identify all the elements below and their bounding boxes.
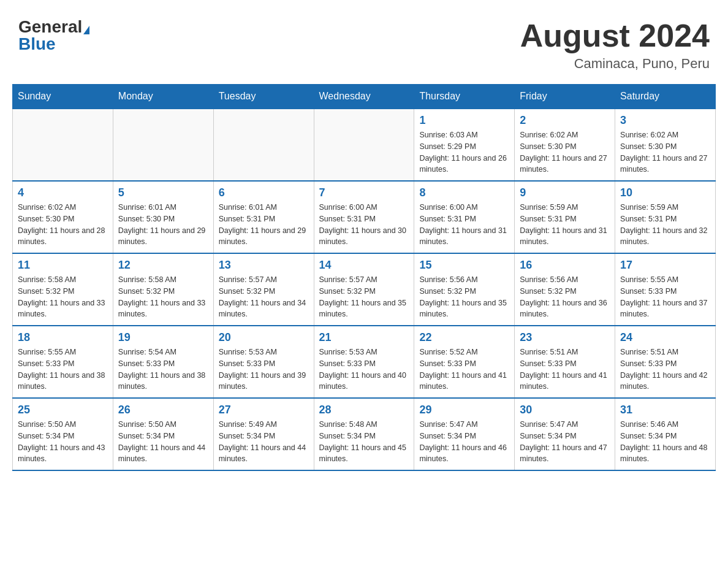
day-number: 23 — [520, 331, 610, 344]
calendar-cell: 13Sunrise: 5:57 AMSunset: 5:32 PMDayligh… — [213, 253, 314, 326]
day-number: 9 — [520, 186, 610, 199]
day-info: Sunrise: 5:47 AMSunset: 5:34 PMDaylight:… — [520, 419, 610, 465]
day-info: Sunrise: 6:02 AMSunset: 5:30 PMDaylight:… — [18, 202, 108, 248]
day-number: 10 — [620, 186, 710, 199]
day-info: Sunrise: 5:49 AMSunset: 5:34 PMDaylight:… — [219, 419, 309, 465]
weekday-header-monday: Monday — [113, 85, 213, 109]
day-info: Sunrise: 5:54 AMSunset: 5:33 PMDaylight:… — [118, 347, 208, 393]
calendar-cell: 6Sunrise: 6:01 AMSunset: 5:31 PMDaylight… — [213, 181, 314, 253]
calendar-cell — [314, 109, 414, 181]
calendar-cell: 12Sunrise: 5:58 AMSunset: 5:32 PMDayligh… — [113, 253, 213, 326]
calendar-cell: 27Sunrise: 5:49 AMSunset: 5:34 PMDayligh… — [213, 398, 314, 470]
day-info: Sunrise: 6:01 AMSunset: 5:31 PMDaylight:… — [219, 202, 309, 248]
day-number: 27 — [219, 404, 309, 416]
day-number: 20 — [219, 331, 309, 344]
day-number: 15 — [419, 259, 509, 272]
day-info: Sunrise: 6:00 AMSunset: 5:31 PMDaylight:… — [319, 202, 409, 248]
title-block: August 2024 Caminaca, Puno, Peru — [520, 18, 710, 72]
calendar-cell: 16Sunrise: 5:56 AMSunset: 5:32 PMDayligh… — [515, 253, 615, 326]
calendar-cell — [213, 109, 314, 181]
day-number: 24 — [620, 331, 710, 344]
day-info: Sunrise: 5:58 AMSunset: 5:32 PMDaylight:… — [118, 274, 208, 320]
day-number: 16 — [520, 259, 610, 272]
calendar-cell: 28Sunrise: 5:48 AMSunset: 5:34 PMDayligh… — [314, 398, 414, 470]
day-number: 17 — [620, 259, 710, 272]
day-info: Sunrise: 6:01 AMSunset: 5:30 PMDaylight:… — [118, 202, 208, 248]
calendar-cell: 21Sunrise: 5:53 AMSunset: 5:33 PMDayligh… — [314, 326, 414, 398]
calendar-cell: 9Sunrise: 5:59 AMSunset: 5:31 PMDaylight… — [515, 181, 615, 253]
calendar-cell: 31Sunrise: 5:46 AMSunset: 5:34 PMDayligh… — [615, 398, 716, 470]
day-info: Sunrise: 5:55 AMSunset: 5:33 PMDaylight:… — [620, 274, 710, 320]
weekday-header-thursday: Thursday — [414, 85, 515, 109]
location: Caminaca, Puno, Peru — [520, 56, 710, 72]
calendar-cell: 20Sunrise: 5:53 AMSunset: 5:33 PMDayligh… — [213, 326, 314, 398]
calendar-cell: 1Sunrise: 6:03 AMSunset: 5:29 PMDaylight… — [414, 109, 515, 181]
logo: General Blue — [18, 18, 89, 53]
calendar-week-row: 4Sunrise: 6:02 AMSunset: 5:30 PMDaylight… — [13, 181, 716, 253]
day-number: 22 — [419, 331, 509, 344]
day-info: Sunrise: 5:50 AMSunset: 5:34 PMDaylight:… — [18, 419, 108, 465]
weekday-header-wednesday: Wednesday — [314, 85, 414, 109]
day-info: Sunrise: 5:56 AMSunset: 5:32 PMDaylight:… — [419, 274, 509, 320]
day-info: Sunrise: 6:02 AMSunset: 5:30 PMDaylight:… — [520, 129, 610, 175]
calendar-cell: 19Sunrise: 5:54 AMSunset: 5:33 PMDayligh… — [113, 326, 213, 398]
day-number: 28 — [319, 404, 409, 416]
day-info: Sunrise: 5:58 AMSunset: 5:32 PMDaylight:… — [18, 274, 108, 320]
day-info: Sunrise: 6:02 AMSunset: 5:30 PMDaylight:… — [620, 129, 710, 175]
day-number: 14 — [319, 259, 409, 272]
day-number: 29 — [419, 404, 509, 416]
logo-triangle-icon — [83, 26, 89, 34]
calendar-cell: 7Sunrise: 6:00 AMSunset: 5:31 PMDaylight… — [314, 181, 414, 253]
calendar-cell: 22Sunrise: 5:52 AMSunset: 5:33 PMDayligh… — [414, 326, 515, 398]
calendar-table: SundayMondayTuesdayWednesdayThursdayFrid… — [12, 84, 716, 471]
calendar-week-row: 1Sunrise: 6:03 AMSunset: 5:29 PMDaylight… — [13, 109, 716, 181]
day-number: 18 — [18, 331, 108, 344]
day-info: Sunrise: 5:53 AMSunset: 5:33 PMDaylight:… — [319, 347, 409, 393]
day-number: 19 — [118, 331, 208, 344]
weekday-header-saturday: Saturday — [615, 85, 716, 109]
day-number: 4 — [18, 186, 108, 199]
calendar-cell: 5Sunrise: 6:01 AMSunset: 5:30 PMDaylight… — [113, 181, 213, 253]
day-number: 30 — [520, 404, 610, 416]
day-number: 31 — [620, 404, 710, 416]
day-info: Sunrise: 5:59 AMSunset: 5:31 PMDaylight:… — [520, 202, 610, 248]
calendar-week-row: 11Sunrise: 5:58 AMSunset: 5:32 PMDayligh… — [13, 253, 716, 326]
weekday-header-row: SundayMondayTuesdayWednesdayThursdayFrid… — [13, 85, 716, 109]
calendar-cell: 15Sunrise: 5:56 AMSunset: 5:32 PMDayligh… — [414, 253, 515, 326]
day-info: Sunrise: 5:57 AMSunset: 5:32 PMDaylight:… — [319, 274, 409, 320]
calendar-cell: 14Sunrise: 5:57 AMSunset: 5:32 PMDayligh… — [314, 253, 414, 326]
day-number: 2 — [520, 114, 610, 127]
day-number: 1 — [419, 114, 509, 127]
day-info: Sunrise: 6:03 AMSunset: 5:29 PMDaylight:… — [419, 129, 509, 175]
calendar-week-row: 18Sunrise: 5:55 AMSunset: 5:33 PMDayligh… — [13, 326, 716, 398]
calendar-cell: 8Sunrise: 6:00 AMSunset: 5:31 PMDaylight… — [414, 181, 515, 253]
weekday-header-sunday: Sunday — [13, 85, 113, 109]
day-number: 7 — [319, 186, 409, 199]
day-info: Sunrise: 5:51 AMSunset: 5:33 PMDaylight:… — [620, 347, 710, 393]
day-number: 6 — [219, 186, 309, 199]
day-info: Sunrise: 5:51 AMSunset: 5:33 PMDaylight:… — [520, 347, 610, 393]
day-info: Sunrise: 6:00 AMSunset: 5:31 PMDaylight:… — [419, 202, 509, 248]
weekday-header-friday: Friday — [515, 85, 615, 109]
day-info: Sunrise: 5:50 AMSunset: 5:34 PMDaylight:… — [118, 419, 208, 465]
day-number: 13 — [219, 259, 309, 272]
day-number: 3 — [620, 114, 710, 127]
day-info: Sunrise: 5:59 AMSunset: 5:31 PMDaylight:… — [620, 202, 710, 248]
day-info: Sunrise: 5:48 AMSunset: 5:34 PMDaylight:… — [319, 419, 409, 465]
day-info: Sunrise: 5:57 AMSunset: 5:32 PMDaylight:… — [219, 274, 309, 320]
day-info: Sunrise: 5:56 AMSunset: 5:32 PMDaylight:… — [520, 274, 610, 320]
calendar-cell: 26Sunrise: 5:50 AMSunset: 5:34 PMDayligh… — [113, 398, 213, 470]
calendar-cell: 23Sunrise: 5:51 AMSunset: 5:33 PMDayligh… — [515, 326, 615, 398]
day-number: 25 — [18, 404, 108, 416]
day-number: 12 — [118, 259, 208, 272]
logo-blue: Blue — [18, 36, 56, 53]
calendar-cell: 10Sunrise: 5:59 AMSunset: 5:31 PMDayligh… — [615, 181, 716, 253]
day-number: 11 — [18, 259, 108, 272]
calendar-cell: 3Sunrise: 6:02 AMSunset: 5:30 PMDaylight… — [615, 109, 716, 181]
calendar-cell: 17Sunrise: 5:55 AMSunset: 5:33 PMDayligh… — [615, 253, 716, 326]
calendar-cell: 24Sunrise: 5:51 AMSunset: 5:33 PMDayligh… — [615, 326, 716, 398]
day-info: Sunrise: 5:52 AMSunset: 5:33 PMDaylight:… — [419, 347, 509, 393]
calendar-cell: 18Sunrise: 5:55 AMSunset: 5:33 PMDayligh… — [13, 326, 113, 398]
calendar-week-row: 25Sunrise: 5:50 AMSunset: 5:34 PMDayligh… — [13, 398, 716, 470]
logo-general: General — [18, 17, 82, 36]
